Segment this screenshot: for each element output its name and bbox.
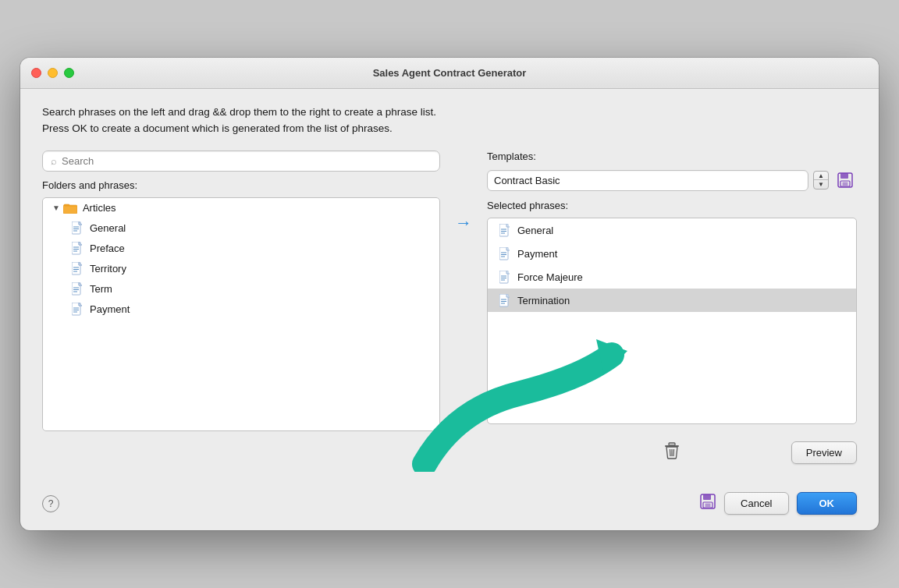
main-window: Sales Agent Contract Generator Search ph… [20,58,879,531]
doc-icon-term [71,282,84,296]
instruction-line1: Search phrases on the left and drag && d… [42,106,436,118]
doc-icon-right-payment [499,246,511,260]
templates-row: Contract Basic ▲ ▼ [487,168,857,192]
right-forcemajeure-label: Force Majeure [517,271,583,283]
tree-item-territory[interactable]: Territory [43,258,439,278]
tree-preface-label: Preface [90,243,125,254]
doc-icon-payment [71,302,84,316]
window-title: Sales Agent Contract Generator [373,67,527,79]
doc-icon-right-general [499,223,511,237]
selected-phrases-list: General [487,218,857,424]
svg-line-47 [673,449,674,456]
ok-button[interactable]: OK [797,492,858,515]
footer-actions: Cancel OK [699,492,857,515]
main-area: ⌕ Folders and phrases: ▼ [42,151,857,464]
svg-rect-2 [64,204,69,206]
folder-chevron-icon: ▼ [52,204,60,212]
drag-arrow-area: → [440,151,487,233]
svg-rect-52 [705,504,711,508]
svg-rect-50 [703,494,711,500]
search-icon: ⌕ [51,155,57,167]
right-bottom-bar: Preview [487,441,857,464]
right-item-payment[interactable]: Payment [488,242,856,265]
right-item-force-majeure[interactable]: Force Majeure [488,265,856,289]
svg-line-45 [670,449,671,456]
template-select[interactable]: Contract Basic [487,170,808,191]
instructions: Search phrases on the left and drag && d… [42,104,857,137]
trash-button[interactable] [664,442,680,463]
folders-list: ▼ Articles [42,197,440,431]
tree-item-term[interactable]: Term [43,278,439,299]
folder-icon [63,203,77,214]
templates-label: Templates: [487,151,536,162]
tree-term-label: Term [90,283,112,295]
doc-icon-territory [71,261,84,275]
left-panel: ⌕ Folders and phrases: ▼ [42,151,440,431]
doc-icon-general [71,221,84,235]
right-item-general[interactable]: General [488,218,856,242]
right-panel: Templates: Contract Basic ▲ ▼ [487,151,857,464]
doc-icon-preface [71,241,84,255]
footer-save-button[interactable] [699,493,716,514]
template-value: Contract Basic [494,175,801,186]
doc-icon-right-forcemajeure [499,270,511,284]
right-item-termination[interactable]: Termination [488,289,856,312]
svg-rect-26 [843,182,848,186]
right-termination-label: Termination [517,295,570,306]
stepper-up-icon[interactable]: ▲ [814,172,828,180]
tree-payment-label: Payment [90,303,130,315]
doc-icon-right-termination [499,293,511,307]
content-area: Search phrases on the left and drag && d… [20,89,879,482]
footer: ? Cancel OK [20,481,879,530]
tree-item-general[interactable]: General [43,218,439,238]
search-input[interactable] [62,155,432,167]
folder-articles-label: Articles [83,202,116,214]
preview-button[interactable]: Preview [791,441,857,464]
instruction-line2: Press OK to create a document which is g… [42,122,393,134]
template-stepper[interactable]: ▲ ▼ [813,171,829,190]
tree-item-payment[interactable]: Payment [43,299,439,319]
stepper-down-icon[interactable]: ▼ [814,180,828,189]
right-payment-label: Payment [517,248,557,260]
cancel-button[interactable]: Cancel [724,492,788,515]
close-button[interactable] [31,68,41,78]
tree-territory-label: Territory [90,263,126,275]
help-button[interactable]: ? [42,495,59,512]
maximize-button[interactable] [64,68,74,78]
window-controls [31,68,74,78]
search-box[interactable]: ⌕ [42,151,440,172]
tree-item-preface[interactable]: Preface [43,238,439,258]
template-save-button[interactable] [833,168,857,192]
tree-general-label: General [90,222,126,234]
drag-right-arrow-icon: → [455,213,472,233]
folder-articles[interactable]: ▼ Articles [43,198,439,218]
right-section-label: Selected phrases: [487,200,857,211]
minimize-button[interactable] [48,68,58,78]
left-section-label: Folders and phrases: [42,179,440,191]
svg-rect-43 [669,443,675,445]
svg-rect-24 [840,173,848,179]
titlebar: Sales Agent Contract Generator [20,58,879,89]
right-general-label: General [517,225,553,236]
